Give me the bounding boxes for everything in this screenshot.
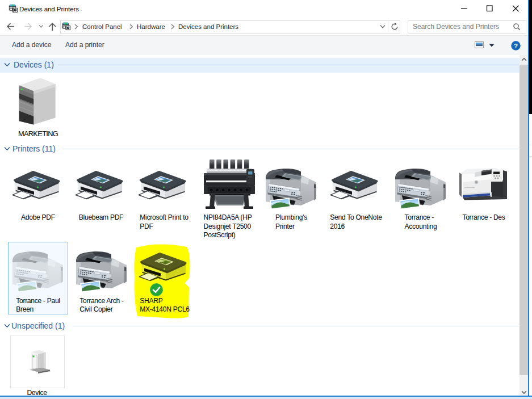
svg-text:?: ? <box>513 43 517 49</box>
